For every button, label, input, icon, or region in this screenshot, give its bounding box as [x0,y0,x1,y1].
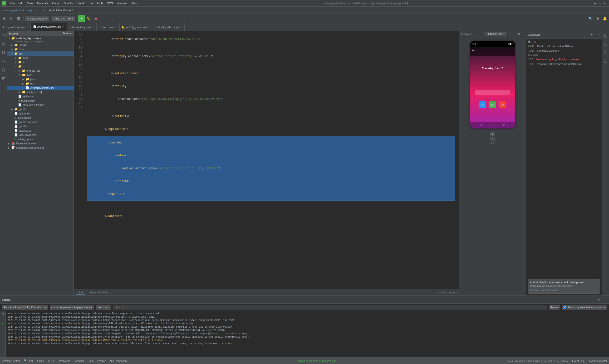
profiler-btn[interactable]: Profiler [97,360,106,362]
tree-item-gitignore-app[interactable]: ▶ 📄 .gitignore [7,94,74,99]
sync-btn[interactable]: ↻ [8,15,15,22]
sidebar-icon-android[interactable] [1,59,6,64]
search-everywhere-btn[interactable]: 🔍 [587,15,594,22]
menu-navigate[interactable]: Navigate [35,1,50,5]
event-log-filter-icon[interactable]: 🔍 [528,40,531,44]
menu-view[interactable]: View [25,1,35,5]
device-selector[interactable]: Pixel 2 API 30 ▾ [52,16,75,21]
notifications-btn[interactable]: 🔔 [601,15,608,22]
settings-btn[interactable]: ☰ [15,15,22,22]
menu-refactor[interactable]: Refactor [61,1,75,5]
tab-androidmanifest-close[interactable]: × [63,26,64,28]
breadcrumb-part-1[interactable]: app [27,9,32,12]
layout-inspector-status-btn[interactable]: Layout Inspector [588,360,607,362]
code-editor[interactable]: <action android:name="android.intent.act… [83,31,459,289]
tab-score[interactable]: J Score.java × [97,23,119,31]
tree-item-gradle-root[interactable]: ▶ 📁 gradle [7,107,74,111]
menu-file[interactable]: File [8,1,16,5]
sidebar-icon-structure[interactable] [1,41,6,47]
app-inspection-btn[interactable]: App Inspection [109,360,127,362]
breadcrumb-part-0[interactable]: assistingAgriculture [2,9,25,12]
menu-build[interactable]: Build [75,1,86,5]
tree-item-ext-libs[interactable]: ▶ 📚 External Libraries [7,141,74,146]
tab-score-close[interactable]: × [116,26,117,28]
menu-run[interactable]: Run [86,1,95,5]
event-log-settings-icon[interactable]: ⚙ [591,33,593,36]
event-log-scroll-icon[interactable]: ↕ [538,40,540,44]
problems-btn[interactable]: Problems [59,360,70,362]
tab-buildgradle-close[interactable]: × [181,26,182,28]
sidebar-icon-gradle-right[interactable] [603,50,609,56]
tree-item-idea[interactable]: ▶ 📁 .idea [7,47,74,52]
logcat-level-selector[interactable]: Verbose ▾ [96,305,111,310]
close-btn[interactable]: ✕ [602,1,607,5]
logcat-close-icon[interactable]: ✕ [605,298,607,301]
maximize-btn[interactable]: □ [597,1,602,5]
breadcrumb-part-3[interactable]: main [41,9,46,12]
tab-buildgradle[interactable]: G build.gradle (app) × [153,23,185,31]
tree-item-androidtest[interactable]: ▶ 📁 androidTest [7,68,74,73]
logcat-clear-icon[interactable]: 🗑 [1,312,4,315]
tab-activityhome[interactable]: 📐 activity_home.xml × [120,23,153,31]
view-tab-text[interactable]: Text [76,290,85,295]
debug-button[interactable]: 🐛 [85,15,92,22]
run-config-selector[interactable]: ▶ LoginActivity ▾ [25,16,49,21]
logcat-show-only-checkbox[interactable] [563,306,566,309]
menu-code[interactable]: Code [50,1,61,5]
project-panel-collapse[interactable]: — [66,32,68,35]
menu-vcs[interactable]: VCS [105,1,115,5]
sidebar-icon-build[interactable] [1,76,6,81]
editor-content[interactable]: 29 30 31 32 33 34 35 36 37 38 39 40 41 4… [74,31,459,289]
menu-help[interactable]: Help [129,1,138,5]
tree-item-res[interactable]: ▶ 📁 res [7,81,74,86]
run-button[interactable]: ▶ [78,15,85,22]
stop-button[interactable]: ■ [92,15,99,22]
menu-edit[interactable]: Edit [16,1,25,5]
project-panel-settings[interactable]: ⚙ [63,32,65,35]
notification-action-dismiss[interactable]: Don't show again [540,289,558,291]
tree-item-build[interactable]: ▶ 📁 build [7,56,74,60]
tree-item-gradlew[interactable]: ▶ 📄 gradlew [7,124,74,129]
settings-main-btn[interactable]: ⚙ [594,15,601,22]
build-btn[interactable]: Build [88,360,93,362]
tree-item-gradlew-bat[interactable]: ▶ 📄 gradlew.bat [7,129,74,133]
project-panel-close[interactable]: ✕ [69,32,72,35]
zoom-out-btn[interactable]: − [490,137,495,141]
tree-item-main[interactable]: ▼ 📁 main [7,73,74,77]
tree-item-gitignore-root[interactable]: ▶ 📄 .gitignore [7,111,74,116]
logcat-scroll-icon[interactable]: ↕ [2,317,4,320]
menu-window[interactable]: Window [115,1,129,5]
logcat-content[interactable]: 2024-01-19 00:03:06.007 5899-5922/com.ex… [6,311,609,357]
todo-btn[interactable]: TODO [48,360,55,362]
sidebar-icon-resource[interactable] [1,50,6,56]
terminal-btn[interactable]: Terminal [74,360,84,362]
tree-item-androidmanifest[interactable]: ▶ 📄 AndroidManifest.xml [7,86,74,90]
breadcrumb-part-2[interactable]: src [35,9,38,12]
tab-loginactivity[interactable]: J LoginActivity.java × [0,23,31,31]
version-control-btn[interactable]: Version Control [2,360,20,362]
logcat-device-selector[interactable]: Emulator Pixel_2_API_30 Androi... ▾ [2,305,48,310]
code-bottom-tab-manifest[interactable]: manifest [438,291,447,294]
tree-item-buildgradle-root[interactable]: ▶ G build.gradle [7,116,74,120]
tree-item-local-props[interactable]: ▶ 📄 local.properties [7,133,74,137]
logcat-regex-btn[interactable]: Regex [549,305,560,310]
tree-item-src[interactable]: ▼ 📁 src [7,64,74,68]
sidebar-icon-project[interactable] [1,33,6,39]
tree-item-libs[interactable]: ▶ 📁 libs [7,60,74,64]
tab-mainactivity[interactable]: J MainActivity.java × [67,23,97,31]
tree-item-test[interactable]: ▶ 📁 test [unitTest] [7,90,74,94]
tree-item-buildgradle-app[interactable]: ▶ G build.gradle [7,99,74,103]
logcat-search-input[interactable] [113,305,547,310]
tree-item-app[interactable]: ▼ 📁 app [7,52,74,56]
find-btn[interactable]: 🔍 Find [24,359,33,362]
logcat-filter-icon[interactable]: ● [2,322,4,325]
view-tab-merged[interactable]: Merged Manifest [86,290,110,294]
code-bottom-tab-queries[interactable]: queries [449,291,457,294]
event-log-delete-icon[interactable]: 🗑 [533,40,536,44]
tab-activityhome-close[interactable]: × [149,26,150,28]
event-log-collapse-icon[interactable]: — [594,33,597,36]
minimize-btn[interactable]: ─ [592,1,597,5]
preview-collapse-icon[interactable]: — [521,32,524,36]
run-btn-status[interactable]: ▶ Run [37,359,44,362]
event-log-status-btn[interactable]: Event Log [572,360,584,362]
